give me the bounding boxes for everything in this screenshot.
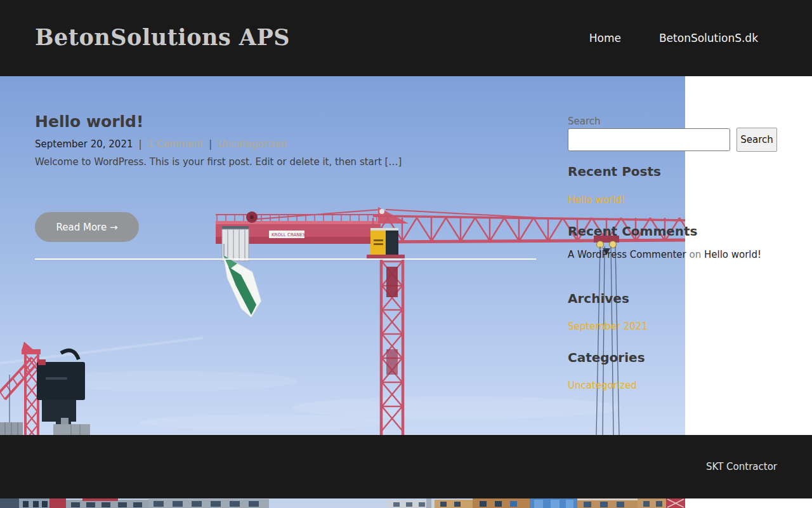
main-navigation: Home BetonSolutionS.dk [589,0,758,76]
page: BetonSolutions APS Home BetonSolutionS.d… [0,0,812,508]
nav-item-home[interactable]: Home [589,32,621,44]
meta-separator: | [209,138,212,150]
construction-site-strip-illustration [0,498,685,508]
site-footer: SKT Contractor [0,435,812,498]
post-date: September 20, 2021 [35,138,133,150]
categories-heading: Categories [568,350,645,365]
site-title[interactable]: BetonSolutions APS [35,24,290,50]
nav-item-betonsolutions-dk[interactable]: BetonSolutionS.dk [659,32,758,44]
post-excerpt: Welcome to WordPress. This is your first… [35,156,428,168]
search-form: Search [568,128,777,152]
search-input[interactable] [568,128,730,151]
meta-separator: | [138,138,141,150]
post-meta: September 20, 2021|1 Comment|Uncategoriz… [35,138,287,150]
footer-credit[interactable]: SKT Contractor [706,461,777,472]
sidebar: Search Search Recent Posts Hello world! … [568,116,777,433]
search-button[interactable]: Search [737,128,777,152]
recent-comments-heading: Recent Comments [568,224,698,239]
main-content-area: KROLL CRANES [0,76,812,435]
svg-text:KROLL CRANES: KROLL CRANES [272,232,306,237]
archives-heading: Archives [568,291,629,306]
search-label: Search [568,116,601,127]
bottom-photo-strip [0,498,812,508]
archive-link[interactable]: September 2021 [568,321,648,332]
recent-comment-item: A WordPress Commenter on Hello world! [568,249,761,260]
post-title[interactable]: Hello world! [35,112,143,131]
read-more-button[interactable]: Read More → [35,212,139,242]
comment-on-text: on [690,249,702,260]
comments-link[interactable]: 1 Comment [148,138,204,150]
recent-post-link[interactable]: Hello world! [568,194,625,206]
site-header: BetonSolutions APS Home BetonSolutionS.d… [0,0,812,76]
category-link[interactable]: Uncategorized [218,138,287,150]
comment-post-link[interactable]: Hello world! [704,249,761,260]
category-list-link[interactable]: Uncategorized [568,380,637,391]
post-divider [35,258,536,260]
comment-author-link[interactable]: A WordPress Commenter [568,249,686,260]
recent-posts-heading: Recent Posts [568,164,661,179]
